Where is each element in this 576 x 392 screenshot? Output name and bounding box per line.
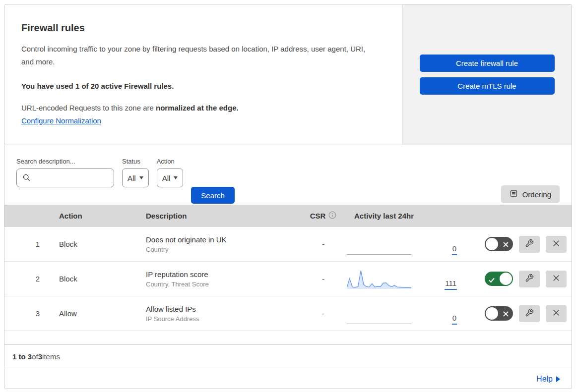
activity-count-link[interactable]: 0 <box>452 314 457 325</box>
rule-description: IP reputation score <box>146 270 300 279</box>
delete-rule-button[interactable] <box>546 236 567 253</box>
rule-fields: IP Source Address <box>146 315 300 323</box>
toggle-knob <box>500 273 512 285</box>
usage-summary: You have used 1 of 20 active Firewall ru… <box>21 82 382 90</box>
rule-description: Allow listed IPs <box>146 305 300 313</box>
x-icon <box>552 308 561 319</box>
search-label: Search description... <box>16 158 114 165</box>
edit-rule-button[interactable] <box>519 236 540 253</box>
rule-enabled-toggle[interactable] <box>485 272 513 286</box>
rule-action: Block <box>52 275 146 283</box>
column-header-csr: CSR <box>310 212 326 220</box>
ordering-button-label: Ordering <box>522 190 551 199</box>
ordering-button[interactable]: Ordering <box>501 185 560 203</box>
chevron-down-icon <box>174 176 178 179</box>
rule-csr-value: - <box>322 275 324 283</box>
status-label: Status <box>122 158 149 165</box>
delete-rule-button[interactable] <box>546 271 567 287</box>
items-of-text: of <box>32 352 38 361</box>
actions-panel: Create firewall rule Create mTLS rule <box>402 4 572 145</box>
ordering-icon <box>510 189 518 199</box>
status-dropdown-value: All <box>128 174 136 182</box>
check-icon <box>489 276 495 285</box>
search-button[interactable]: Search <box>191 187 235 204</box>
column-header-description: Description <box>146 212 300 220</box>
x-icon <box>503 310 509 319</box>
help-bar: Help <box>4 368 572 389</box>
delete-rule-button[interactable] <box>546 305 567 322</box>
x-icon <box>552 239 561 249</box>
activity-sparkline <box>347 303 411 325</box>
items-label: items <box>42 352 60 361</box>
table-empty-tail <box>4 331 572 344</box>
activity-count-link[interactable]: 0 <box>452 244 457 255</box>
rule-csr-value: - <box>322 309 324 318</box>
activity-sparkline <box>347 268 411 290</box>
wrench-icon <box>525 274 534 284</box>
configure-normalization-link[interactable]: Configure Normalization <box>21 116 101 125</box>
info-icon[interactable] <box>328 211 336 221</box>
items-range: 1 to 3 <box>12 352 32 361</box>
search-input[interactable] <box>16 168 114 187</box>
toggle-knob <box>486 307 498 320</box>
activity-count-link[interactable]: 111 <box>445 279 457 290</box>
items-total: 3 <box>38 352 42 361</box>
rule-fields: Country, Threat Score <box>146 280 300 288</box>
header-section: Firewall rules Control incoming traffic … <box>4 4 572 145</box>
search-icon <box>22 173 31 184</box>
column-header-activity: Activity last 24hr <box>347 212 468 220</box>
search-group: Search description... <box>16 158 114 187</box>
help-link[interactable]: Help <box>536 375 560 384</box>
chevron-down-icon <box>139 176 143 179</box>
create-mtls-rule-button[interactable]: Create mTLS rule <box>420 77 555 95</box>
rule-priority: 3 <box>36 309 52 318</box>
normalization-note: URL-encoded Requests to this zone are no… <box>21 104 382 112</box>
table-row: 1 Block Does not originate in UK Country… <box>4 227 572 262</box>
page-title: Firewall rules <box>21 22 382 34</box>
rule-enabled-toggle[interactable] <box>485 306 513 321</box>
toggle-knob <box>486 238 498 250</box>
firewall-rules-card: Firewall rules Control incoming traffic … <box>4 4 572 389</box>
rule-action: Allow <box>52 309 146 318</box>
rule-priority: 2 <box>36 275 52 283</box>
column-header-action: Action <box>52 212 146 220</box>
edit-rule-button[interactable] <box>519 271 540 287</box>
status-dropdown[interactable]: All <box>122 168 149 187</box>
filter-bar: Search description... Status All Action … <box>4 145 572 205</box>
wrench-icon <box>525 308 534 319</box>
pagination-summary: 1 to 3 of 3 items <box>4 344 572 368</box>
normalization-bold: normalized at the edge. <box>156 104 239 112</box>
arrow-right-icon <box>556 376 560 382</box>
rule-fields: Country <box>146 246 300 253</box>
status-filter-group: Status All <box>122 158 149 187</box>
rule-description: Does not originate in UK <box>146 235 300 244</box>
table-header: Action Description CSR Activity last 24h… <box>4 205 572 227</box>
action-dropdown-value: All <box>162 174 171 182</box>
action-filter-group: Action All <box>157 158 184 187</box>
help-link-label: Help <box>536 375 553 384</box>
activity-sparkline <box>347 233 411 255</box>
create-firewall-rule-button[interactable]: Create firewall rule <box>420 55 555 72</box>
rule-enabled-toggle[interactable] <box>485 237 513 251</box>
table-row: 3 Allow Allow listed IPs IP Source Addre… <box>4 296 572 331</box>
rule-action: Block <box>52 240 146 248</box>
page-description: Control incoming traffic to your zone by… <box>21 43 374 68</box>
x-icon <box>552 274 561 284</box>
rule-priority: 1 <box>36 240 52 248</box>
normalization-prefix: URL-encoded Requests to this zone are <box>21 104 156 112</box>
header-text-block: Firewall rules Control incoming traffic … <box>4 4 402 145</box>
action-dropdown[interactable]: All <box>157 168 184 187</box>
edit-rule-button[interactable] <box>519 305 540 322</box>
wrench-icon <box>525 239 534 249</box>
rule-csr-value: - <box>322 240 324 248</box>
x-icon <box>503 241 509 250</box>
table-row: 2 Block IP reputation score Country, Thr… <box>4 262 572 296</box>
action-label: Action <box>157 158 184 165</box>
